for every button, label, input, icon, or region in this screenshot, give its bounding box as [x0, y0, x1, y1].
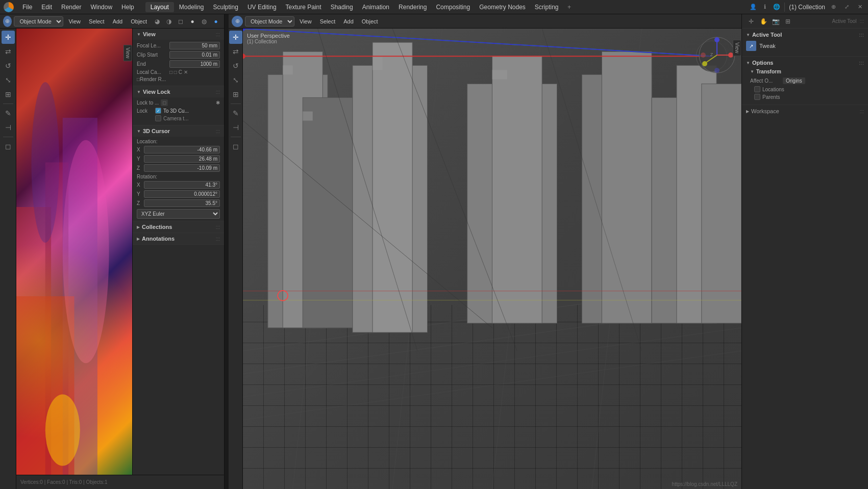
tab-geometry-nodes[interactable]: Geometry Nodes [475, 2, 530, 12]
scale-tool-btn[interactable]: ⤡ [2, 73, 15, 87]
account-icon[interactable]: 👤 [748, 2, 758, 12]
object-menu-right[interactable]: Object [359, 17, 381, 25]
right-viewport-canvas[interactable]: User Perspective (1) Collection [243, 29, 741, 489]
to-3d-cursor-checkbox[interactable]: ✓ [155, 108, 161, 114]
svg-point-40 [243, 54, 245, 59]
object-mode-select-right[interactable]: Object Mode [245, 16, 294, 27]
info-icon[interactable]: ℹ [760, 2, 770, 12]
affect-origins-value: Origins [783, 78, 805, 84]
cursor-rz-value[interactable]: 35.5° [144, 199, 220, 207]
add-menu-left[interactable]: Add [110, 17, 126, 25]
tab-texture-paint[interactable]: Texture Paint [282, 2, 326, 12]
camera-to-view-checkbox[interactable] [155, 115, 161, 121]
svg-line-10 [243, 351, 741, 420]
view-menu-left[interactable]: View [65, 17, 84, 25]
n-panel-tab-left[interactable]: View [123, 45, 132, 61]
left-scene-svg [16, 29, 132, 475]
cursor-rx-value[interactable]: 41.3° [144, 181, 220, 189]
clip-end-value[interactable]: 1000 m [169, 60, 220, 68]
tab-animation[interactable]: Animation [358, 2, 393, 12]
cursor-tool-right[interactable]: ✛ [229, 31, 242, 44]
select-menu-left[interactable]: Select [86, 17, 108, 25]
left-viewport-canvas[interactable] [16, 29, 132, 475]
view-menu-right[interactable]: View [296, 17, 315, 25]
menu-file[interactable]: File [18, 2, 36, 12]
svg-point-42 [243, 29, 245, 31]
viewport-divider[interactable] [225, 14, 229, 489]
move-tool-btn[interactable]: ⇄ [2, 45, 15, 58]
scale-tool-right[interactable]: ⤡ [229, 73, 242, 87]
overlays-icon[interactable]: ◑ [164, 16, 174, 27]
prop-icon-hand[interactable]: ✋ [758, 16, 768, 27]
cursor-y-value[interactable]: 26.48 m [144, 155, 220, 163]
parents-checkbox[interactable] [754, 94, 760, 100]
menu-edit[interactable]: Edit [37, 2, 56, 12]
prop-icon-cursor[interactable]: ✛ [746, 16, 756, 27]
cursor-panel-header[interactable]: ▼ 3D Cursor ::: [133, 125, 224, 137]
render-mode[interactable]: ● [211, 16, 221, 27]
view-triangle: ▼ [137, 32, 141, 37]
add-menu-right[interactable]: Add [340, 17, 357, 25]
clip-end-label: End [137, 61, 167, 67]
material-mode[interactable]: ◍ [199, 16, 209, 27]
tab-uv-editing[interactable]: UV Editing [243, 2, 281, 12]
to-3d-cursor-label: To 3D Cu... [163, 108, 189, 114]
tab-scripting[interactable]: Scripting [531, 2, 563, 12]
left-viewport-header: ⊕ Object Mode View Select Add Object ◕ ◑… [0, 14, 224, 29]
annotations-header[interactable]: ▶ Annotations ::: [133, 233, 224, 244]
annotate-right[interactable]: ✎ [229, 107, 242, 120]
view-panel-header[interactable]: ▼ View ::: [133, 29, 224, 40]
cursor-tool-btn[interactable]: ✛ [2, 31, 15, 44]
xray-icon[interactable]: ◻ [176, 16, 186, 27]
menu-help[interactable]: Help [117, 2, 138, 12]
n-panel-tab-right[interactable]: View [733, 40, 741, 56]
solid-mode[interactable]: ● [187, 16, 197, 27]
tab-compositing[interactable]: Compositing [432, 2, 474, 12]
move-tool-right[interactable]: ⇄ [229, 45, 242, 58]
view-lock-header[interactable]: ▼ View Lock ::: [133, 86, 224, 97]
menu-window[interactable]: Window [86, 2, 116, 12]
tab-layout[interactable]: Layout [145, 2, 174, 12]
prop-icon-grid[interactable]: ⊞ [783, 16, 793, 27]
prop-icon-camera[interactable]: 📷 [771, 16, 781, 27]
viewport-shading-icon[interactable]: ◕ [152, 16, 162, 27]
locations-checkbox[interactable] [754, 86, 760, 92]
lock-to-value[interactable]: □ [161, 99, 168, 106]
scene-icon[interactable]: ⊕ [828, 2, 838, 12]
select-menu-right[interactable]: Select [317, 17, 339, 25]
add-primitive-btn[interactable]: ◻ [2, 140, 15, 153]
rotate-tool-right[interactable]: ↺ [229, 59, 242, 72]
measure-btn[interactable]: ⊣ [2, 121, 15, 134]
maximize-icon[interactable]: ⤢ [841, 2, 852, 12]
menu-render[interactable]: Render [57, 2, 85, 12]
lock-label: Lock [137, 108, 153, 114]
close-icon[interactable]: ✕ [855, 2, 865, 12]
annotate-btn[interactable]: ✎ [2, 107, 15, 120]
rotate-tool-btn[interactable]: ↺ [2, 59, 15, 72]
top-right-icons: 👤 ℹ 🌐 [748, 2, 786, 12]
tab-modeling[interactable]: Modeling [175, 2, 208, 12]
viewport-icon-left[interactable]: ⊕ [3, 16, 12, 27]
transform-tool-btn[interactable]: ⊞ [2, 88, 15, 101]
object-mode-select-left[interactable]: Object Mode [14, 16, 63, 27]
measure-right[interactable]: ⊣ [229, 121, 242, 134]
cursor-x-value[interactable]: -40.66 m [144, 146, 220, 153]
euler-mode-select[interactable]: XYZ Euler [137, 209, 220, 219]
collections-header[interactable]: ▶ Collections ::: [133, 221, 224, 233]
cursor-z-value[interactable]: -10.09 m [144, 164, 220, 172]
world-icon[interactable]: 🌐 [772, 2, 782, 12]
cursor-ry-value[interactable]: 0.000012° [144, 190, 220, 198]
tab-rendering[interactable]: Rendering [394, 2, 431, 12]
tab-sculpting[interactable]: Sculpting [209, 2, 242, 12]
transform-tool-right[interactable]: ⊞ [229, 88, 242, 101]
add-primitive-right[interactable]: ◻ [229, 140, 242, 153]
left-viewport: ⊕ Object Mode View Select Add Object ◕ ◑… [0, 14, 225, 489]
viewport-icon-right[interactable]: ⊕ [232, 16, 243, 27]
clip-end-row: End 1000 m [137, 60, 220, 68]
clip-start-value[interactable]: 0.01 m [169, 51, 220, 59]
add-workspace-button[interactable]: + [564, 2, 575, 13]
tab-shading[interactable]: Shading [327, 2, 357, 12]
focal-length-value[interactable]: 50 mm [169, 42, 220, 49]
object-menu-left[interactable]: Object [128, 17, 150, 25]
eyedropper-icon[interactable]: ✱ [216, 100, 220, 106]
